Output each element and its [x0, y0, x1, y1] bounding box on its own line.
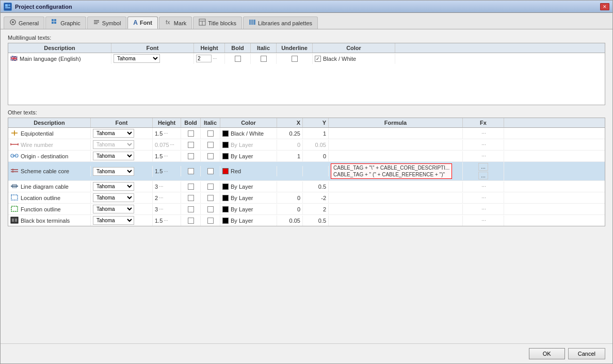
ot-height-origin[interactable]: 1.5 ··· — [153, 151, 181, 161]
ot-height-equipotential[interactable]: 1.5 ··· — [153, 128, 181, 139]
ot-italic-cb-cc[interactable] — [207, 168, 214, 174]
ml-height-main[interactable]: ··· — [194, 54, 225, 64]
ot-fx-linediagram[interactable]: ··· — [463, 181, 504, 192]
ot-italic-cablecore[interactable] — [201, 166, 220, 176]
ot-font-select-func[interactable]: Tahoma — [93, 205, 134, 213]
ml-color-checkbox[interactable] — [315, 56, 321, 62]
ot-bold-cb-cc[interactable] — [188, 168, 194, 174]
ot-color-linediagram[interactable]: By Layer — [220, 181, 277, 192]
ot-font-select-origin[interactable]: Tahoma — [93, 152, 134, 160]
ot-bold-location[interactable] — [181, 193, 201, 203]
ot-font-select-cablecore[interactable]: Tahoma — [93, 167, 134, 176]
ot-font-linediagram[interactable]: Tahoma — [91, 181, 153, 192]
ot-fx-origin[interactable]: ··· — [463, 151, 504, 161]
ml-italic-main[interactable] — [251, 54, 277, 64]
ot-font-select-equipotential[interactable]: Tahoma — [93, 129, 134, 138]
ot-color-wire[interactable]: By Layer — [220, 140, 277, 150]
ot-bold-linediagram[interactable] — [181, 181, 201, 192]
ot-font-wire[interactable]: Tahoma — [91, 139, 153, 150]
tab-libraries[interactable]: Libraries and palettes — [243, 16, 318, 29]
ot-italic-blackbox[interactable] — [201, 216, 220, 226]
tab-titleblocks[interactable]: Title blocks — [193, 16, 242, 29]
ot-row-origin[interactable]: Origin - destination Tahoma 1.5 ··· By L… — [8, 151, 605, 162]
ot-font-select-loc[interactable]: Tahoma — [93, 193, 134, 202]
ot-italic-cb-origin[interactable] — [207, 153, 214, 159]
ot-row-blackbox[interactable]: Black box terminals Tahoma 1.5 ··· By La… — [8, 215, 605, 226]
ot-fx-blackbox[interactable]: ··· — [463, 216, 504, 226]
ot-bold-cablecore[interactable] — [181, 166, 201, 176]
cancel-button[interactable]: Cancel — [568, 348, 605, 359]
ot-fx-wire[interactable]: ··· — [463, 140, 504, 150]
ot-fx-btn-cc1[interactable]: ... — [478, 163, 488, 171]
ml-color-main[interactable]: Black / White — [313, 54, 395, 64]
ot-bold-origin[interactable] — [181, 151, 201, 161]
ot-bold-cb-origin[interactable] — [188, 153, 194, 159]
ot-row-function[interactable]: Function outline Tahoma 3 ··· By Layer — [8, 204, 605, 215]
ot-italic-cb-ld[interactable] — [207, 184, 214, 190]
ot-fx-function[interactable]: ··· — [463, 204, 504, 214]
ot-font-origin[interactable]: Tahoma — [91, 151, 153, 161]
ot-bold-cb-func[interactable] — [188, 206, 194, 212]
ot-height-cablecore[interactable]: 1.5 ··· — [153, 166, 181, 176]
ot-fx-btn-cc2[interactable]: ... — [478, 172, 488, 179]
ot-fx-location[interactable]: ··· — [463, 193, 504, 203]
tab-graphic[interactable]: Graphic — [45, 16, 86, 29]
ot-height-function[interactable]: 3 ··· — [153, 204, 181, 214]
ml-italic-checkbox[interactable] — [261, 56, 267, 62]
ot-height-location[interactable]: 2 ··· — [153, 193, 181, 203]
ot-color-origin[interactable]: By Layer — [220, 151, 277, 161]
ml-font-main[interactable]: Tahoma — [111, 53, 194, 64]
ml-underline-checkbox[interactable] — [292, 56, 298, 62]
ot-font-select-wire[interactable]: Tahoma — [93, 140, 134, 149]
ot-color-equipotential[interactable]: Black / White — [220, 128, 277, 139]
ot-italic-wire[interactable] — [201, 140, 220, 150]
ot-italic-function[interactable] — [201, 204, 220, 214]
ot-bold-function[interactable] — [181, 204, 201, 214]
ot-bold-blackbox[interactable] — [181, 216, 201, 226]
ot-font-blackbox[interactable]: Tahoma — [91, 215, 153, 226]
ot-row-linediagram[interactable]: Line diagram cable Tahoma 3 ··· By Layer — [8, 181, 605, 192]
ot-bold-wire[interactable] — [181, 140, 201, 150]
ml-bold-main[interactable] — [225, 54, 251, 64]
ot-font-select-ld[interactable]: Tahoma — [93, 182, 134, 191]
ot-bold-cb-ld[interactable] — [188, 184, 194, 190]
ot-font-cablecore[interactable]: Tahoma — [91, 166, 153, 177]
ot-color-cablecore[interactable]: Red — [220, 166, 277, 176]
ot-font-equipotential[interactable]: Tahoma — [91, 128, 153, 139]
ot-italic-cb-func[interactable] — [207, 206, 214, 212]
ot-height-blackbox[interactable]: 1.5 ··· — [153, 216, 181, 226]
ot-fx-cablecore[interactable]: ... ... — [463, 162, 504, 180]
ot-font-location[interactable]: Tahoma — [91, 192, 153, 203]
tab-symbol[interactable]: Symbol — [87, 16, 127, 29]
multilingual-row-main[interactable]: 🇬🇧 Main language (English) Tahoma ··· — [8, 53, 605, 64]
ot-color-location[interactable]: By Layer — [220, 193, 277, 203]
ml-font-select-main[interactable]: Tahoma — [114, 54, 160, 63]
ot-height-wire[interactable]: 0.075 ··· — [153, 140, 181, 150]
ot-italic-cb-bb[interactable] — [207, 218, 214, 224]
ot-row-equipotential[interactable]: Equipotential Tahoma 1.5 ··· Black / Whi… — [8, 128, 605, 139]
tab-mark[interactable]: fx Mark — [159, 16, 192, 29]
ot-italic-cb-loc[interactable] — [207, 195, 214, 201]
ot-italic-origin[interactable] — [201, 151, 220, 161]
ot-italic-cb-eq[interactable] — [207, 130, 214, 137]
ot-font-select-bb[interactable]: Tahoma — [93, 216, 134, 225]
tab-font[interactable]: A Font — [127, 16, 158, 29]
ot-bold-cb-bb[interactable] — [188, 218, 194, 224]
ot-bold-equipotential[interactable] — [181, 128, 201, 139]
ml-underline-main[interactable] — [277, 54, 313, 64]
ot-row-location[interactable]: Location outline Tahoma 2 ··· By Layer — [8, 192, 605, 204]
ot-fx-equipotential[interactable]: ··· — [463, 128, 504, 139]
ot-row-cablecore[interactable]: Scheme cable core Tahoma 1.5 ··· Red — [8, 162, 605, 181]
ot-height-linediagram[interactable]: 3 ··· — [153, 181, 181, 192]
ot-bold-cb-eq[interactable] — [188, 130, 194, 137]
ot-color-blackbox[interactable]: By Layer — [220, 216, 277, 226]
ot-font-function[interactable]: Tahoma — [91, 204, 153, 214]
ot-row-wire[interactable]: Wire number Tahoma 0.075 ··· By Layer — [8, 139, 605, 151]
ot-color-function[interactable]: By Layer — [220, 204, 277, 214]
ot-italic-equipotential[interactable] — [201, 128, 220, 139]
ot-italic-linediagram[interactable] — [201, 181, 220, 192]
ml-height-input-main[interactable] — [196, 55, 212, 62]
close-button[interactable]: ✕ — [600, 3, 609, 10]
ot-italic-location[interactable] — [201, 193, 220, 203]
ot-italic-cb-wire[interactable] — [207, 142, 214, 148]
